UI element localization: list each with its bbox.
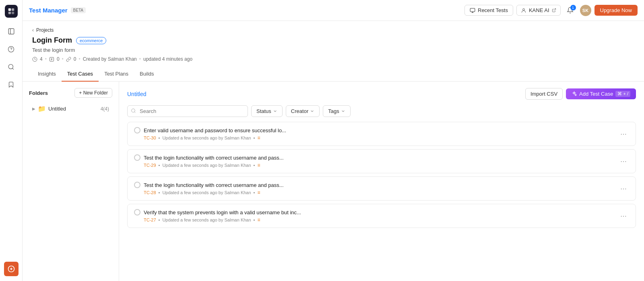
test-case-item[interactable]: Test the login functionality with correc… xyxy=(127,176,636,201)
test-case-updated-0: Updated a few seconds ago by Salman Khan xyxy=(162,135,251,140)
svg-rect-3 xyxy=(11,12,14,14)
test-case-item[interactable]: Test the login functionality with correc… xyxy=(127,149,636,173)
beta-badge: BETA xyxy=(71,7,86,13)
project-title-row: Login Form ecommerce xyxy=(32,36,634,45)
svg-line-9 xyxy=(12,68,14,69)
tab-test-plans[interactable]: Test Plans xyxy=(99,67,134,82)
tab-insights[interactable]: Insights xyxy=(32,67,62,82)
tabs-bar: Insights Test Cases Test Plans Builds xyxy=(23,67,644,82)
tags-filter-label: Tags xyxy=(328,108,339,114)
add-test-shortcut: ⌘ + / xyxy=(615,91,630,97)
test-case-left-3: Verify that the system prevents login wi… xyxy=(134,209,301,223)
test-case-left-2: Test the login functionality with correc… xyxy=(134,182,284,195)
tags-filter-button[interactable]: Tags xyxy=(323,105,350,117)
add-test-case-button[interactable]: Add Test Case ⌘ + / xyxy=(566,88,636,99)
test-status-icon-0 xyxy=(134,127,140,133)
folders-panel: Folders + New Folder ▶ 📁 Untitled 4(4) xyxy=(23,82,119,281)
search-filters: Status Creator Tags xyxy=(127,105,636,117)
test-case-id-2: TC-28 xyxy=(144,190,156,195)
test-case-meta-3: TC-27 • Updated a few seconds ago by Sal… xyxy=(144,217,301,223)
svg-line-24 xyxy=(134,112,135,113)
search-icon xyxy=(131,108,136,115)
project-creator: Created by Salman Khan xyxy=(83,56,137,62)
test-status-icon-2 xyxy=(134,182,140,188)
project-title: Login Form xyxy=(32,36,72,45)
app-title: Test Manager xyxy=(29,7,68,14)
notification-badge: 1 xyxy=(570,5,576,10)
svg-point-23 xyxy=(132,109,135,112)
test-more-button-0[interactable]: ⋯ xyxy=(618,129,629,139)
folder-breadcrumb-title: Untitled xyxy=(127,91,146,97)
test-case-title-0: Enter valid username and password to ens… xyxy=(144,127,286,133)
folder-chevron-icon: ▶ xyxy=(32,107,35,111)
upgrade-button[interactable]: Upgrade Now xyxy=(594,5,638,16)
navbar: Test Manager BETA Recent Tests KANE AI xyxy=(23,0,644,21)
sidebar-collapse-icon[interactable] xyxy=(4,24,19,39)
svg-point-8 xyxy=(8,64,13,69)
search-input[interactable] xyxy=(127,105,248,117)
add-test-label: Add Test Case xyxy=(579,91,613,97)
test-priority-icon-2: ≡ xyxy=(257,190,260,195)
svg-rect-13 xyxy=(470,8,475,11)
test-case-left-0: Enter valid username and password to ens… xyxy=(134,127,286,141)
test-priority-icon-1: ≡ xyxy=(257,162,260,168)
test-case-left-1: Test the login functionality with correc… xyxy=(134,154,284,168)
tab-test-cases[interactable]: Test Cases xyxy=(62,67,99,82)
test-case-title-3: Verify that the system prevents login wi… xyxy=(144,209,301,215)
status-filter-button[interactable]: Status xyxy=(251,105,283,117)
new-folder-button[interactable]: + New Folder xyxy=(74,88,112,98)
test-more-button-2[interactable]: ⋯ xyxy=(618,183,629,194)
test-more-button-3[interactable]: ⋯ xyxy=(618,211,629,222)
app-logo[interactable] xyxy=(5,5,18,18)
test-case-title-row-1: Test the login functionality with correc… xyxy=(134,154,284,161)
folders-title: Folders xyxy=(29,90,48,96)
test-case-updated-1: Updated a few seconds ago by Salman Khan xyxy=(162,163,251,168)
test-priority-icon-3: ≡ xyxy=(257,217,260,223)
test-more-button-1[interactable]: ⋯ xyxy=(618,156,629,167)
creator-filter-button[interactable]: Creator xyxy=(286,105,320,117)
user-avatar[interactable]: SK xyxy=(580,5,591,16)
issues-meta-icon xyxy=(49,57,54,62)
svg-rect-4 xyxy=(8,29,14,34)
kane-ai-button[interactable]: KANE AI xyxy=(516,5,561,16)
brand: Test Manager BETA xyxy=(29,7,86,14)
project-tag: ecommerce xyxy=(76,37,106,44)
test-case-title-1: Test the login functionality with correc… xyxy=(144,155,284,161)
issues-count: 0 xyxy=(57,56,60,62)
test-case-meta-2: TC-28 • Updated a few seconds ago by Sal… xyxy=(144,190,284,195)
help-icon[interactable] xyxy=(4,42,19,56)
projects-link[interactable]: Projects xyxy=(36,27,54,33)
notification-button[interactable]: 1 xyxy=(564,4,577,17)
test-priority-icon-0: ≡ xyxy=(257,135,260,141)
test-status-icon-3 xyxy=(134,209,140,215)
status-filter-label: Status xyxy=(256,108,271,114)
test-list-panel: Untitled Import CSV Add Test Case ⌘ + / xyxy=(119,82,644,281)
links-count: 0 xyxy=(74,56,76,62)
tab-builds[interactable]: Builds xyxy=(134,67,159,82)
main-content: Test Manager BETA Recent Tests KANE AI xyxy=(23,0,644,281)
project-description: Test the login form xyxy=(32,47,634,53)
project-meta: 4 • 0 • 0 • Created by Salman Khan • xyxy=(32,56,634,62)
test-cases-list: Enter valid username and password to ens… xyxy=(127,122,636,228)
svg-point-16 xyxy=(523,8,525,10)
add-icon[interactable] xyxy=(4,262,19,276)
test-list-header: Untitled Import CSV Add Test Case ⌘ + / xyxy=(127,88,636,100)
test-case-title-2: Test the login functionality with correc… xyxy=(144,182,284,188)
test-case-title-row-3: Verify that the system prevents login wi… xyxy=(134,209,301,215)
tests-count: 4 xyxy=(40,56,43,62)
search-icon[interactable] xyxy=(4,59,19,74)
svg-rect-0 xyxy=(8,8,10,11)
test-case-item[interactable]: Enter valid username and password to ens… xyxy=(127,122,636,146)
folder-item-untitled[interactable]: ▶ 📁 Untitled 4(4) xyxy=(29,103,112,115)
project-header: ‹ Projects Login Form ecommerce Test the… xyxy=(23,21,644,62)
test-case-updated-2: Updated a few seconds ago by Salman Khan xyxy=(162,190,251,195)
svg-point-6 xyxy=(8,46,14,52)
svg-line-17 xyxy=(553,8,555,10)
test-case-item[interactable]: Verify that the system prevents login wi… xyxy=(127,204,636,228)
test-list-actions: Import CSV Add Test Case ⌘ + / xyxy=(525,88,636,100)
bookmark-icon[interactable] xyxy=(4,77,19,92)
import-csv-button[interactable]: Import CSV xyxy=(525,88,563,100)
recent-tests-button[interactable]: Recent Tests xyxy=(464,5,513,16)
project-updated: updated 4 minutes ago xyxy=(143,56,192,62)
test-case-meta-0: TC-30 • Updated a few seconds ago by Sal… xyxy=(144,135,286,141)
